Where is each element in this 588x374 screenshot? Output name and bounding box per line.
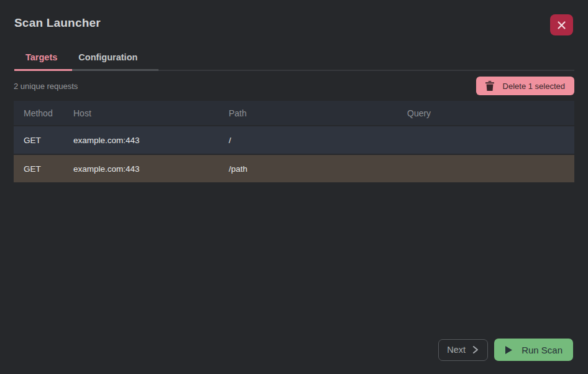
dialog-header: Scan Launcher [0, 0, 588, 35]
cell-host: example.com:443 [73, 164, 229, 174]
tab-targets[interactable]: Targets [25, 49, 57, 62]
table-row[interactable]: GETexample.com:443/path [14, 155, 574, 182]
dialog-footer: Next Run Scan [438, 339, 573, 361]
table-toolbar: 2 unique requests Delete 1 selected [14, 71, 574, 101]
close-button[interactable] [550, 14, 573, 35]
unique-requests-count: 2 unique requests [14, 82, 78, 91]
cell-path: /path [229, 164, 407, 174]
requests-table: Method Host Path Query GETexample.com:44… [14, 101, 574, 182]
cell-path: / [229, 136, 407, 145]
table-row[interactable]: GETexample.com:443/ [14, 126, 574, 154]
table-header-row: Method Host Path Query [14, 101, 574, 125]
cell-method: GET [24, 164, 73, 174]
run-scan-label: Run Scan [521, 345, 563, 355]
column-header-path: Path [229, 108, 407, 118]
trash-icon [485, 81, 494, 91]
run-scan-button[interactable]: Run Scan [494, 339, 573, 361]
delete-selected-button[interactable]: Delete 1 selected [476, 77, 574, 95]
tab-bar: Targets Configuration [14, 49, 574, 71]
play-icon [505, 345, 513, 355]
scan-launcher-dialog: { "dialog": { "title": "Scan Launcher" }… [0, 0, 588, 374]
tab-configuration[interactable]: Configuration [78, 49, 137, 62]
active-tab-underline [14, 69, 72, 71]
column-header-query: Query [407, 108, 574, 118]
close-icon [557, 21, 566, 30]
next-button-label: Next [447, 345, 466, 355]
page-title: Scan Launcher [14, 14, 101, 30]
table-body: GETexample.com:443/GETexample.com:443/pa… [14, 126, 574, 182]
cell-host: example.com:443 [73, 136, 229, 145]
column-header-host: Host [73, 108, 229, 118]
column-header-method: Method [24, 108, 73, 118]
cell-method: GET [24, 136, 73, 145]
delete-selected-label: Delete 1 selected [503, 82, 565, 91]
chevron-right-icon [472, 345, 479, 354]
next-button[interactable]: Next [438, 339, 488, 361]
